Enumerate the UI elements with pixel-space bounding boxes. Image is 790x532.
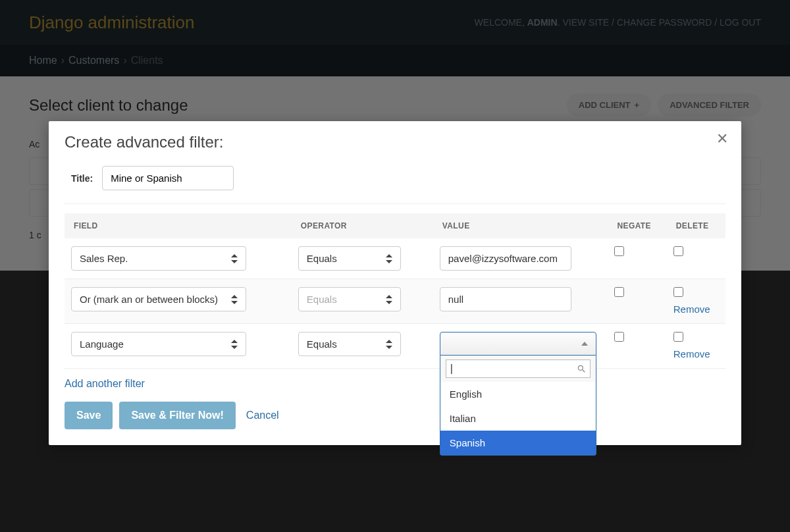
field-select[interactable]: Or (mark an or between blocks) — [71, 287, 246, 311]
sort-icon — [386, 254, 392, 263]
save-filter-now-button[interactable]: Save & Filter Now! — [119, 402, 235, 429]
value-input[interactable] — [440, 246, 571, 271]
value-dropdown[interactable]: | English Italian Spanish — [440, 332, 596, 356]
dropdown-toggle[interactable] — [440, 332, 596, 356]
save-button[interactable]: Save — [65, 402, 113, 429]
sort-icon — [231, 254, 238, 263]
th-negate: NEGATE — [608, 213, 666, 238]
delete-checkbox[interactable] — [673, 287, 683, 297]
th-delete: DELETE — [667, 213, 725, 238]
th-operator: OPERATOR — [292, 213, 433, 238]
svg-point-0 — [578, 365, 583, 370]
th-value: VALUE — [433, 213, 608, 238]
advanced-filter-modal: ✕ Create advanced filter: Title: FIELD O… — [49, 121, 741, 445]
negate-checkbox[interactable] — [614, 246, 624, 256]
value-input[interactable] — [440, 287, 571, 311]
operator-select[interactable]: Equals — [298, 332, 401, 356]
chevron-up-icon — [581, 342, 588, 346]
cancel-button[interactable]: Cancel — [242, 403, 283, 428]
sort-icon — [386, 340, 392, 349]
field-select[interactable]: Sales Rep. — [71, 246, 246, 271]
close-icon[interactable]: ✕ — [716, 130, 728, 147]
modal-title: Create advanced filter: — [65, 133, 725, 151]
filter-row: Sales Rep. Equals — [65, 238, 725, 279]
dropdown-option[interactable]: English — [440, 382, 596, 406]
title-field-label: Title: — [71, 173, 93, 184]
remove-link[interactable]: Remove — [673, 304, 710, 315]
dropdown-option[interactable]: Spanish — [440, 431, 596, 455]
delete-checkbox[interactable] — [673, 246, 683, 256]
negate-checkbox[interactable] — [614, 287, 624, 297]
dropdown-search[interactable]: | — [446, 359, 591, 378]
operator-select[interactable]: Equals — [298, 287, 401, 311]
add-another-filter-link[interactable]: Add another filter — [65, 378, 145, 390]
operator-select[interactable]: Equals — [298, 246, 401, 271]
sort-icon — [386, 295, 392, 304]
th-field: FIELD — [65, 213, 292, 238]
sort-icon — [231, 340, 238, 349]
search-icon — [577, 364, 586, 373]
filter-table: FIELD OPERATOR VALUE NEGATE DELETE Sales… — [65, 213, 725, 369]
search-input[interactable] — [453, 363, 577, 374]
title-input[interactable] — [102, 166, 234, 190]
filter-row: Or (mark an or between blocks) Equals Re… — [65, 279, 725, 324]
svg-line-1 — [583, 370, 585, 373]
remove-link[interactable]: Remove — [673, 348, 710, 359]
filter-row: Language Equals | — [65, 324, 725, 369]
dropdown-panel: | English Italian Spanish — [440, 356, 596, 456]
dropdown-option[interactable]: Italian — [440, 406, 596, 431]
delete-checkbox[interactable] — [673, 332, 683, 342]
negate-checkbox[interactable] — [614, 332, 624, 342]
field-select[interactable]: Language — [71, 332, 246, 356]
sort-icon — [231, 295, 238, 304]
